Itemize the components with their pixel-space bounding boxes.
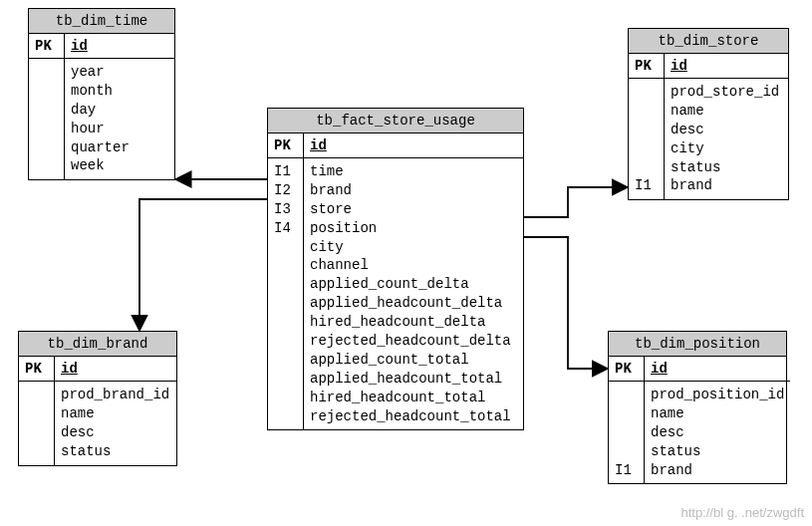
rel-fact-to-brand <box>139 199 267 331</box>
table-title: tb_dim_store <box>629 29 788 54</box>
col: desc <box>671 121 782 139</box>
col: week <box>71 156 168 175</box>
col: status <box>651 442 784 461</box>
col: name <box>61 404 170 423</box>
pk-field: id <box>61 361 78 377</box>
col: applied_headcount_total <box>310 370 517 389</box>
col: status <box>61 442 170 461</box>
col: applied_count_delta <box>310 275 517 294</box>
idx-label: I1 <box>615 461 638 480</box>
table-tb-dim-time: tb_dim_time PK id year month day hour qu… <box>28 8 175 180</box>
col: name <box>651 404 784 423</box>
pk-label: PK <box>19 357 55 381</box>
idx-label: I2 <box>274 181 297 200</box>
col: month <box>71 82 168 101</box>
rel-fact-to-store <box>524 187 628 217</box>
pk-label: PK <box>629 54 665 78</box>
pk-field: id <box>651 361 668 377</box>
col: channel <box>310 256 517 275</box>
table-tb-fact-store-usage: tb_fact_store_usage PK id I1 I2 I3 I4 ti… <box>267 108 524 430</box>
pk-field: id <box>310 137 327 153</box>
col: prod_position_id <box>651 386 784 404</box>
pk-field: id <box>671 58 687 74</box>
col: brand <box>671 176 782 195</box>
col: brand <box>310 181 517 200</box>
col: quarter <box>71 138 168 157</box>
col: name <box>671 102 782 121</box>
col: status <box>671 158 782 177</box>
col: hired_headcount_total <box>310 389 517 407</box>
idx-label: I4 <box>274 219 297 238</box>
table-tb-dim-store: tb_dim_store PK id I1 prod_store_id name… <box>628 28 789 200</box>
col: store <box>310 200 517 219</box>
col: prod_brand_id <box>61 386 170 404</box>
pk-label: PK <box>268 133 304 157</box>
col: city <box>671 139 782 158</box>
col: brand <box>651 461 784 480</box>
watermark-text: http://bl g. .net/zwgdft <box>680 505 804 520</box>
col: applied_count_total <box>310 351 517 370</box>
pk-label: PK <box>609 357 645 381</box>
col: prod_store_id <box>671 83 782 102</box>
table-title: tb_dim_position <box>609 332 786 357</box>
pk-label: PK <box>29 34 65 58</box>
pk-field: id <box>71 38 88 54</box>
col: applied_headcount_delta <box>310 294 517 313</box>
table-title: tb_fact_store_usage <box>268 109 523 133</box>
table-tb-dim-brand: tb_dim_brand PK id prod_brand_id name de… <box>18 331 177 466</box>
idx-label: I3 <box>274 200 297 219</box>
col: time <box>310 162 517 181</box>
col: city <box>310 238 517 257</box>
col: rejected_headcount_delta <box>310 332 517 351</box>
idx-label: I1 <box>274 162 297 181</box>
col: desc <box>651 423 784 442</box>
col: desc <box>61 423 170 442</box>
table-tb-dim-position: tb_dim_position PK id I1 prod_position_i… <box>608 331 787 484</box>
table-title: tb_dim_time <box>29 9 174 34</box>
col: position <box>310 219 517 238</box>
col: hour <box>71 120 168 138</box>
col: day <box>71 101 168 120</box>
col: hired_headcount_delta <box>310 313 517 332</box>
col: year <box>71 63 168 82</box>
col: rejected_headcount_total <box>310 407 517 426</box>
table-title: tb_dim_brand <box>19 332 176 357</box>
idx-label: I1 <box>635 176 658 195</box>
rel-fact-to-position <box>524 237 608 369</box>
